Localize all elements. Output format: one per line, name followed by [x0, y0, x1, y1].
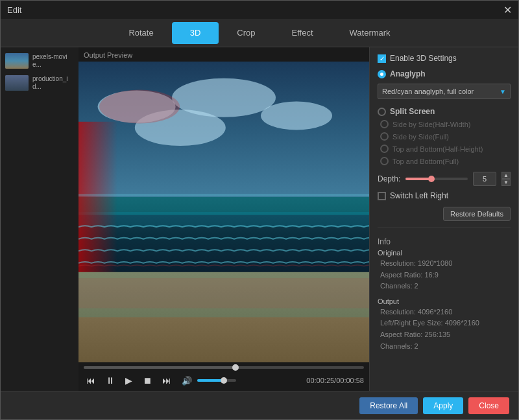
sub-option-1-radio[interactable] [380, 132, 389, 141]
timeline-progress [84, 366, 238, 369]
sub-option-1-label: Side by Side(Full) [392, 133, 449, 141]
apply-button[interactable]: Apply [423, 397, 463, 414]
switch-left-right-row: Switch Left Right [378, 191, 511, 200]
volume-slider[interactable] [197, 379, 236, 382]
depth-slider[interactable] [405, 178, 468, 180]
switch-left-right-label: Switch Left Right [390, 191, 448, 200]
depth-fill [405, 178, 430, 180]
video-frame [78, 62, 369, 362]
restore-defaults-button[interactable]: Restore Defaults [443, 207, 511, 221]
restore-all-button[interactable]: Restore All [359, 397, 418, 414]
sub-option-2-radio[interactable] [380, 145, 389, 153]
play-forward-button[interactable]: ▶ [123, 374, 135, 387]
main-content: pexels-movie... production_id... Output … [1, 47, 518, 391]
depth-row: Depth: 5 ▲ ▼ [378, 172, 511, 186]
edit-window: Edit ✕ Rotate 3D Crop Effect Watermark p… [0, 0, 519, 420]
enable-3d-checkbox[interactable] [378, 54, 386, 63]
controls-row: ⏮ ⏸ ▶ ⏹ ⏭ 🔊 00:00:25/00:00:58 [84, 374, 364, 387]
dropdown-arrow-icon: ▼ [500, 88, 506, 95]
enable-3d-row[interactable]: Enable 3D Settings [378, 54, 511, 63]
tab-watermark[interactable]: Watermark [332, 22, 409, 44]
sub-option-2-label: Top and Bottom(Half-Height) [392, 145, 483, 153]
anaglyph-radio[interactable] [378, 70, 386, 78]
info-section: Info Original Resolution: 1920*1080 Aspe… [378, 237, 511, 357]
divider-1 [378, 228, 511, 228]
bottom-bar: Restore All Apply Close [1, 391, 518, 419]
tab-3d[interactable]: 3D [172, 22, 219, 44]
depth-label: Depth: [378, 174, 400, 183]
depth-thumb[interactable] [428, 176, 435, 182]
sub-option-0-radio[interactable] [380, 120, 389, 128]
volume-thumb[interactable] [221, 377, 227, 384]
tab-bar: Rotate 3D Crop Effect Watermark [1, 19, 518, 47]
anaglyph-dropdown[interactable]: Red/cyan anaglyph, full color ▼ [378, 84, 511, 99]
depth-up-button[interactable]: ▲ [501, 172, 511, 179]
window-close-button[interactable]: ✕ [503, 4, 512, 16]
tab-crop[interactable]: Crop [219, 22, 273, 44]
sub-option-3-label: Top and Bottom(Full) [392, 158, 459, 165]
depth-down-button[interactable]: ▼ [501, 179, 511, 186]
sub-option-3-radio[interactable] [380, 157, 389, 165]
output-line-3: Channels: 2 [378, 341, 511, 353]
tab-rotate[interactable]: Rotate [110, 22, 171, 44]
thumbnail-1 [5, 75, 29, 91]
original-line-0: Resolution: 1920*1080 [378, 258, 511, 270]
depth-spinners: ▲ ▼ [501, 172, 511, 186]
sub-option-0-label: Side by Side(Half-Width) [392, 121, 470, 128]
sub-option-3: Top and Bottom(Full) [378, 157, 511, 165]
thumbnail-0 [5, 53, 29, 69]
switch-left-right-checkbox[interactable] [378, 192, 386, 200]
enable-3d-label: Enable 3D Settings [390, 54, 457, 63]
sidebar: pexels-movie... production_id... [1, 47, 78, 391]
original-line-1: Aspect Ratio: 16:9 [378, 270, 511, 281]
timeline-bar[interactable] [84, 366, 364, 369]
original-group: Original Resolution: 1920*1080 Aspect Ra… [378, 249, 511, 292]
time-display: 00:00:25/00:00:58 [306, 377, 364, 384]
volume-fill [197, 379, 223, 382]
sub-option-0: Side by Side(Half-Width) [378, 120, 511, 128]
play-pause-button[interactable]: ⏸ [103, 374, 117, 387]
video-controls: ⏮ ⏸ ▶ ⏹ ⏭ 🔊 00:00:25/00:00:58 [78, 362, 369, 391]
output-line-0: Resolution: 4096*2160 [378, 307, 511, 318]
skip-forward-button[interactable]: ⏭ [160, 374, 174, 387]
sub-option-1: Side by Side(Full) [378, 132, 511, 141]
sidebar-item-1[interactable]: production_id... [3, 73, 76, 93]
sidebar-item-label-1: production_id... [32, 75, 74, 91]
window-title: Edit [7, 5, 21, 15]
stop-button[interactable]: ⏹ [140, 374, 154, 387]
info-title: Info [378, 237, 511, 246]
skip-back-button[interactable]: ⏮ [84, 374, 98, 387]
split-screen-radio[interactable] [378, 108, 386, 116]
split-screen-label: Split Screen [390, 107, 435, 116]
sidebar-item-label-0: pexels-movie... [32, 53, 74, 69]
output-line-1: Left/Right Eye Size: 4096*2160 [378, 318, 511, 329]
dropdown-value: Red/cyan anaglyph, full color [382, 88, 474, 95]
output-group: Output Resolution: 4096*2160 Left/Right … [378, 298, 511, 352]
dropdown-row: Red/cyan anaglyph, full color ▼ [378, 84, 511, 99]
split-screen-row: Split Screen [378, 107, 511, 116]
tab-effect[interactable]: Effect [274, 22, 332, 44]
video-area: Output Preview ⏮ ⏸ ▶ ⏹ ⏭ 🔊 [78, 47, 369, 391]
close-button[interactable]: Close [468, 397, 509, 414]
sub-option-2: Top and Bottom(Half-Height) [378, 145, 511, 153]
timeline-thumb[interactable] [232, 364, 239, 371]
original-label: Original [378, 249, 511, 257]
title-bar: Edit ✕ [1, 1, 518, 19]
output-line-2: Aspect Ratio: 256:135 [378, 329, 511, 341]
original-line-2: Channels: 2 [378, 281, 511, 292]
volume-icon: 🔊 [182, 376, 192, 386]
sidebar-item-0[interactable]: pexels-movie... [3, 51, 76, 71]
anaglyph-row: Anaglyph [378, 69, 511, 78]
output-label: Output [378, 298, 511, 305]
right-panel: Enable 3D Settings Anaglyph Red/cyan ana… [369, 47, 518, 391]
depth-input-value[interactable]: 5 [473, 172, 496, 186]
preview-label: Output Preview [78, 47, 369, 62]
video-canvas [78, 62, 369, 362]
anaglyph-label: Anaglyph [390, 69, 426, 78]
